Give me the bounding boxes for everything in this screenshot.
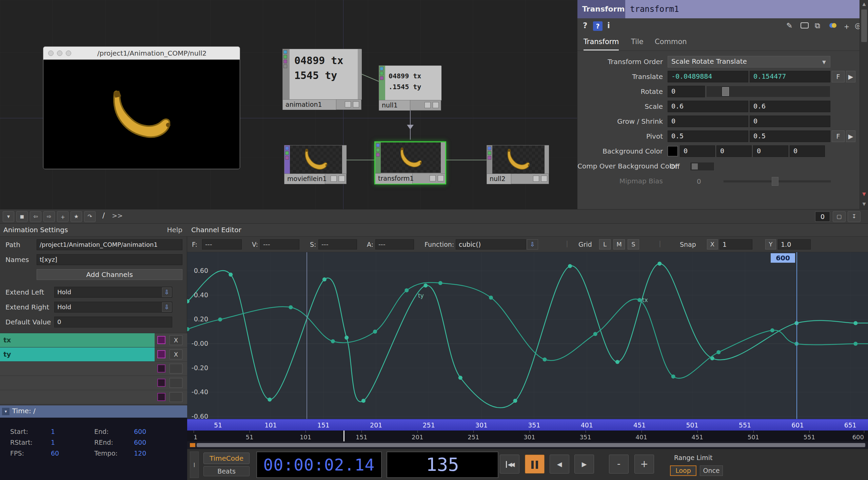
pivot-x-field[interactable]: 0.5 (668, 131, 748, 142)
increment-button[interactable]: + (634, 455, 654, 474)
channel-delete-button[interactable]: X (170, 335, 182, 345)
extend-left-dropdown-icon[interactable]: ⇩ (162, 287, 172, 297)
node-bypass-flag[interactable] (433, 102, 439, 108)
rotate-slider[interactable] (706, 86, 830, 97)
node-bypass-flag[interactable] (541, 176, 547, 182)
grid-small-button[interactable]: S (628, 239, 639, 249)
path-chevrons[interactable]: >> (112, 212, 123, 219)
fraction-toggle-button[interactable]: F (832, 71, 845, 82)
time-section-header[interactable]: ▾ Time: / (0, 405, 187, 418)
tab-common[interactable]: Common (655, 34, 687, 49)
comp-over-value[interactable]: Off (670, 161, 680, 172)
once-button[interactable]: Once (700, 465, 723, 476)
node-bypass-flag[interactable] (438, 175, 444, 181)
collapse-icon[interactable]: ▾ (2, 408, 9, 415)
viewer-close-icon[interactable] (48, 51, 54, 56)
channel-name[interactable]: ty (0, 347, 155, 361)
accel-field[interactable]: --- (375, 239, 414, 249)
scroll-thumb[interactable] (861, 9, 867, 42)
scroll-down-icon[interactable]: ▼ (860, 200, 868, 208)
channel-name[interactable]: tx (0, 333, 155, 347)
param-label[interactable]: Translate (577, 70, 663, 83)
info-icon[interactable]: i (607, 21, 610, 30)
pause-button[interactable] (525, 455, 545, 474)
grid-large-button[interactable]: L (599, 239, 611, 249)
jump-icon[interactable]: ↷ (84, 211, 96, 222)
viewer-zoom-icon[interactable] (66, 51, 71, 56)
rotate-field[interactable]: 0 (668, 86, 705, 97)
channel-row-empty[interactable] (0, 362, 187, 376)
jump-to-start-button[interactable]: ◀◀ (500, 455, 519, 474)
decrement-button[interactable]: - (609, 455, 629, 474)
scale-x-field[interactable]: 0.6 (668, 101, 748, 112)
channel-row-empty[interactable] (0, 390, 187, 404)
extend-left-menu[interactable]: Hold (54, 287, 172, 298)
scroll-up-icon[interactable]: ▲ (860, 0, 868, 8)
slope-field[interactable]: --- (318, 239, 357, 249)
bg-r-field[interactable]: 0 (680, 145, 715, 157)
viewer-minimize-icon[interactable] (57, 51, 62, 56)
node-viewer-flag[interactable] (533, 176, 539, 182)
bg-b-field[interactable]: 0 (753, 145, 788, 157)
expand-arrow-button[interactable]: ▶ (846, 71, 855, 82)
copy-parameters-icon[interactable]: ⧉ (815, 21, 820, 30)
function-menu[interactable]: cubic() (456, 239, 526, 249)
channel-delete-button[interactable] (170, 392, 182, 402)
slider-handle[interactable] (722, 87, 729, 96)
frame-bar[interactable]: 51101151201251301351401451501551601651 (187, 419, 868, 431)
grid-medium-button[interactable]: M (613, 239, 625, 249)
snap-y-button[interactable]: Y (765, 239, 776, 249)
fraction-toggle-button[interactable]: F (832, 131, 845, 142)
snap-x-button[interactable]: X (707, 239, 718, 249)
node-bypass-flag[interactable] (353, 101, 359, 107)
translate-y-field[interactable]: 0.154477 (750, 71, 830, 82)
path-field[interactable]: /project1/Animation_COMP/animation1 (37, 239, 182, 250)
transform-order-menu[interactable]: Scale Rotate Translate (668, 56, 830, 67)
viewer-titlebar[interactable]: /project1/Animation_COMP/null2 (43, 47, 240, 60)
translate-x-field[interactable]: -0.0489884 (668, 71, 748, 82)
range-end-line[interactable] (796, 252, 797, 419)
play-forward-button[interactable]: ▶ (574, 455, 594, 474)
param-label[interactable]: Background Color (577, 145, 663, 158)
viewer-canvas[interactable] (43, 60, 240, 169)
toggle-handle[interactable] (692, 163, 698, 169)
pivot-y-field[interactable]: 0.5 (750, 131, 830, 142)
comp-over-toggle[interactable] (690, 162, 714, 171)
node-null1[interactable]: 04899 tx .1545 ty null1 (379, 65, 441, 111)
add-bookmark-icon[interactable]: ＋ (57, 211, 68, 222)
back-arrow-icon[interactable]: ⇦ (30, 211, 41, 222)
loop-button[interactable]: Loop (670, 465, 696, 476)
expand-arrow-button[interactable]: ▶ (846, 131, 855, 142)
snap-x-field[interactable]: 1 (719, 239, 752, 249)
independent-time-button[interactable]: I (190, 452, 199, 478)
pane-menu-icon[interactable]: ▾ (3, 211, 14, 222)
breadcrumb[interactable]: / (102, 212, 105, 220)
star-icon[interactable]: ★ (71, 211, 82, 222)
tab-transform[interactable]: Transform (584, 34, 619, 51)
floating-viewer[interactable]: /project1/Animation_COMP/null2 (43, 46, 240, 169)
channel-row-tx[interactable]: tx X (0, 333, 187, 347)
node-animation1[interactable]: 04899 tx 1545 ty animation1 (282, 49, 361, 110)
curve-graph[interactable]: 600 ty tx 0.600.400.20-0.00-0.20-0.40-0.… (187, 252, 868, 419)
value-field[interactable]: --- (260, 239, 299, 249)
param-scrollbar[interactable]: ▲ ▼ ▼ (860, 0, 868, 209)
param-label[interactable]: Comp Over Background Color (577, 160, 663, 173)
bg-g-field[interactable]: 0 (716, 145, 752, 157)
extend-right-dropdown-icon[interactable]: ⇩ (162, 302, 172, 312)
window-icon[interactable]: ▢ (833, 211, 846, 222)
scroll-handle[interactable] (197, 443, 865, 447)
bg-a-field[interactable]: 0 (790, 145, 825, 157)
channel-color-swatch[interactable] (157, 350, 165, 358)
dock-icon[interactable]: ↧ (848, 211, 861, 222)
current-frame-line[interactable] (307, 252, 307, 419)
channel-row-ty[interactable]: ty X (0, 347, 187, 362)
param-label[interactable]: Grow / Shrink (577, 115, 663, 128)
scroll-marker[interactable] (190, 443, 195, 447)
channel-delete-button[interactable] (170, 364, 182, 374)
language-icon[interactable] (829, 22, 836, 29)
stop-icon[interactable]: ■ (16, 211, 28, 222)
help-link[interactable]: Help (167, 226, 182, 234)
node-viewer-flag[interactable] (331, 176, 337, 182)
node-viewer-flag[interactable] (430, 175, 436, 181)
add-icon[interactable]: ＋ (843, 21, 851, 32)
